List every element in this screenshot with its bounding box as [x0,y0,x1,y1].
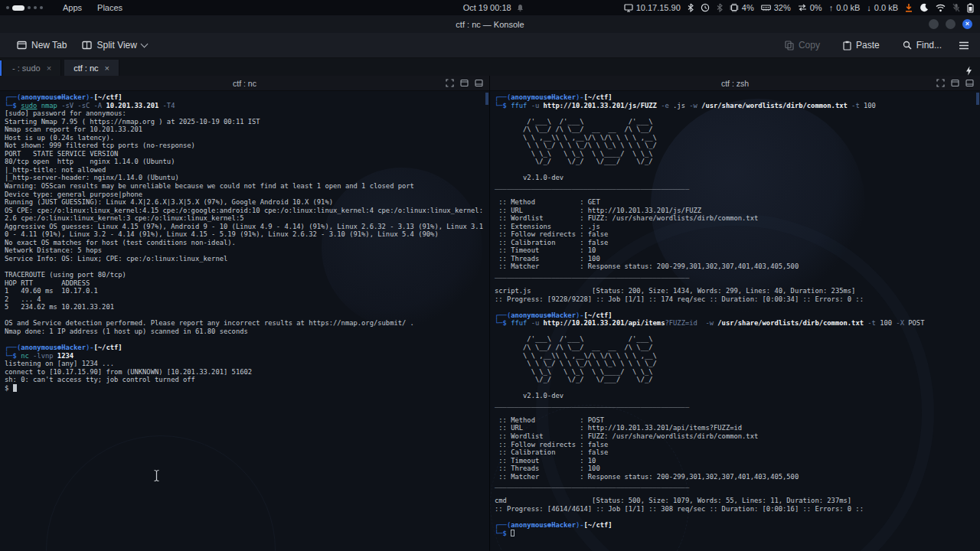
terminal-line: :: Progress: [4614/4614] :: Job [1/1] ::… [495,505,980,514]
swap-percent: 0% [810,3,822,12]
pane-left: ctf : nc ┌──(anonymous⊛Hacker)-[~/ctf]└─… [0,76,490,551]
copy-button[interactable]: Copy [779,37,826,54]
downloads-tray-icon[interactable] [905,3,913,12]
terminal-line: └─$ sudo nmap -sV -sC -A 10.201.33.201 -… [5,102,489,110]
net-down-rate[interactable]: ↓ 0.0 kB [867,3,898,12]
split-view-icon [82,41,92,50]
battery-icon[interactable] [967,3,974,13]
tab-label: - : sudo [12,64,41,73]
net-up-rate[interactable]: ↑ 0.0 kB [829,3,861,12]
clock-label: Oct 19 00:18 [463,3,511,12]
terminal-line [5,311,489,320]
terminal-line: Warning: OSScan results may be unreliabl… [5,182,489,191]
chevron-down-icon [141,41,149,48]
menu-apps[interactable]: Apps [55,0,90,15]
wifi-icon[interactable] [936,4,946,12]
split-down-icon[interactable] [475,79,483,87]
terminal-line: 5 234.62 ms 10.201.33.201 [5,303,489,311]
terminal-line: |_http-title: not allowed [5,166,489,174]
workspace-dot [6,6,9,9]
terminal-line: script.js [Status: 200, Size: 1434, Word… [495,287,980,295]
terminal-line [5,262,489,271]
terminal-line: [sudo] password for anonymous: [5,109,489,118]
terminal-line: ________________________________________… [495,481,980,489]
pane-right-title: ctf : zsh [490,79,980,88]
terminal-line: HOP RTT ADDRESS [5,279,489,288]
swap-usage-item[interactable]: 0% [798,3,822,12]
split-view-label: Split View [96,40,136,51]
expand-split-icon[interactable] [936,79,945,87]
terminal-line: OS and Service detection performed. Plea… [5,319,489,328]
split-view-button[interactable]: Split View [76,37,152,54]
bluetooth-inactive-icon[interactable] [717,3,723,12]
ip-address: 10.17.15.90 [636,3,681,12]
pane-left-header[interactable]: ctf : nc [0,76,489,91]
terminal-line: :: Matcher : Response status: 200-299,30… [495,473,980,481]
split-up-icon[interactable] [951,79,959,87]
workspace-indicator[interactable] [6,5,43,11]
pane-left-title: ctf : nc [0,79,489,88]
terminal-line: :: Extensions : .js [495,223,980,231]
tab-ctf-nc[interactable]: ctf : nc × [64,60,119,76]
terminal-line [495,303,980,311]
terminal-line: :: Timeout : 10 [495,246,980,255]
terminal-line: :: Timeout : 10 [495,457,980,465]
mouse-text-cursor [152,469,161,482]
paste-button[interactable]: Paste [837,37,886,54]
desktop: Apps Places Oct 19 00:18 10.17.15.90 4% … [0,0,980,551]
terminal-output-right[interactable]: ┌──(anonymous⊛Hacker)-[~/ctf]└─$ ffuf -u… [490,91,980,551]
tab-bar: - : sudo × ctf : nc × [0,58,980,76]
hamburger-menu-icon[interactable] [959,41,969,50]
memory-usage-item[interactable]: 32% [761,3,791,12]
terminal-split-area: ctf : nc ┌──(anonymous⊛Hacker)-[~/ctf]└─… [0,76,980,551]
maximize-button[interactable] [946,19,956,29]
terminal-line: \ \ \_/ \ \ \_/\ \ \_\ \ \ \ \_/ [495,360,980,368]
bluetooth-icon[interactable] [688,3,694,12]
terminal-line [5,335,489,344]
network-address-item[interactable]: 10.17.15.90 [624,3,681,12]
close-button[interactable]: × [962,19,972,29]
terminal-line [495,166,980,174]
expand-split-icon[interactable] [446,79,454,87]
terminal-line: \ \ \_/ \ \ \_/\ \ \_\ \ \ \ \_/ [495,142,980,150]
night-light-icon[interactable] [920,3,929,12]
tab-sudo[interactable]: - : sudo × [3,60,61,76]
window-titlebar[interactable]: ctf : nc — Konsole × [0,15,980,33]
terminal-line: 80/tcp open http nginx 1.14.0 (Ubuntu) [5,158,489,166]
konsole-window: ctf : nc — Konsole × New Tab Split View … [0,15,980,551]
minimize-button[interactable] [929,19,939,29]
terminal-line: 2.6 cpe:/o:linux:linux_kernel:3 cpe:/o:l… [5,214,489,223]
terminal-line: ┌──(anonymous⊛Hacker)-[~/ctf] [495,93,980,102]
split-down-icon[interactable] [965,79,974,87]
terminal-line: Not shown: 999 filtered tcp ports (no-re… [5,142,489,150]
terminal-line [495,328,980,336]
find-button[interactable]: Find... [897,37,948,54]
terminal-line: └─$ ffuf -u http://10.201.33.201/js/FUZZ… [495,102,980,110]
terminal-line: \ \ ,__\\ \ ,__\/\ \/\ \ \ \ ,__\ [495,352,980,360]
new-tab-button[interactable]: New Tab [11,37,73,54]
split-up-icon[interactable] [460,79,469,87]
swap-arrows-icon [798,4,807,11]
pane-right-header[interactable]: ctf : zsh [490,76,980,91]
clock-area[interactable]: Oct 19 00:18 [463,3,524,12]
cpu-usage-item[interactable]: 4% [730,3,754,12]
terminal-line: /\ \__/ /\ \__/ __ __ /\ \__/ [495,126,980,134]
terminal-line: ┌──(anonymous⊛Hacker)-[~/ctf] [5,344,489,352]
tab-close-icon[interactable]: × [105,64,109,73]
terminal-line: Device type: general purpose|phone [5,191,489,199]
terminal-line: :: Calibration : false [495,239,980,247]
tab-close-icon[interactable]: × [47,64,51,73]
mic-muted-icon[interactable] [952,3,960,12]
menu-places[interactable]: Places [90,0,130,15]
terminal-line: :: Follow redirects : false [495,230,980,239]
timer-icon[interactable] [701,3,710,12]
terminal-line: :: Calibration : false [495,448,980,457]
terminal-line: \/_/ \/_/ \/___/ \/_/ [495,376,980,384]
terminal-line: :: Progress: [9228/9228] :: Job [1/1] ::… [495,295,980,304]
copy-label: Copy [799,40,820,51]
terminal-line: cmd [Status: 500, Size: 1079, Words: 55,… [495,497,980,505]
terminal-output-left[interactable]: ┌──(anonymous⊛Hacker)-[~/ctf]└─$ sudo nm… [0,91,489,551]
scrollbar-thumb[interactable] [485,93,488,105]
terminal-line: ┌──(anonymous⊛Hacker)-[~/ctf] [5,93,489,102]
scrollbar-thumb[interactable] [976,93,979,105]
